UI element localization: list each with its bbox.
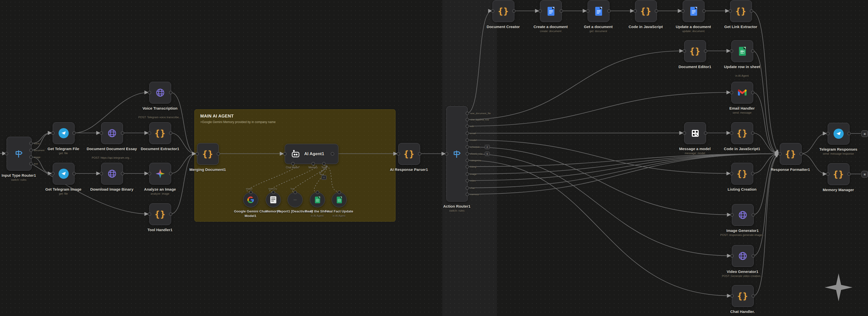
code-in-javascript-box[interactable]: {}	[635, 0, 657, 22]
get-telegram-image-box[interactable]	[53, 163, 74, 185]
action-router1-output-port-2[interactable]	[466, 125, 469, 128]
merging-document1-input-port[interactable]	[195, 152, 199, 155]
ai-agent1-box[interactable]: AI Agent1	[285, 144, 338, 164]
input-type-router1-box[interactable]	[7, 137, 32, 171]
get-a-document-input-port[interactable]	[586, 9, 589, 13]
google-gemini-chat-model1-input-port[interactable]	[249, 191, 252, 194]
code-in-javascript-input-port[interactable]	[633, 9, 637, 13]
tool-handler1-input-port[interactable]	[148, 212, 151, 216]
get-a-document-box[interactable]	[588, 0, 610, 22]
memory-manager-box[interactable]: {}	[828, 163, 849, 185]
action-router1-box[interactable]	[446, 106, 468, 202]
update-row-in-sheet-output-port[interactable]	[751, 49, 754, 52]
ai-response-parser1-input-port[interactable]	[397, 152, 400, 155]
action-router1-input-port[interactable]	[445, 152, 448, 155]
code-in-javascript-output-port[interactable]	[655, 9, 658, 13]
document-document-essay-output-port[interactable]	[121, 131, 124, 135]
listing-creation-output-port[interactable]	[751, 172, 754, 175]
action-router1-output-port-5[interactable]	[466, 145, 469, 149]
get-link-extractor-output-port[interactable]	[750, 9, 753, 13]
document-creator-input-port[interactable]	[491, 9, 494, 13]
telegram-responses-box[interactable]	[828, 123, 849, 145]
document-extractor1-box[interactable]: {}	[149, 122, 171, 144]
action-router1-output-port-10[interactable]	[466, 179, 469, 182]
update-row-in-sheet-input-port[interactable]	[730, 49, 733, 52]
merging-document1-box[interactable]: {}	[197, 143, 219, 165]
document-editor1-input-port[interactable]	[683, 49, 686, 52]
ai-agent1-bottom-port-0[interactable]	[291, 162, 294, 165]
tool-handler1-box[interactable]: {}	[149, 203, 171, 225]
get-a-document-output-port[interactable]	[608, 9, 611, 13]
message-a-model-output-port[interactable]	[704, 131, 707, 135]
response-formatter1-output-port[interactable]	[800, 152, 803, 155]
chat-handler-output-port[interactable]	[752, 294, 755, 297]
get-telegram-image-input-port[interactable]	[51, 172, 55, 175]
ai-response-parser1-box[interactable]: {}	[398, 143, 420, 165]
document-extractor1-input-port[interactable]	[148, 131, 151, 135]
analyze-an-image-input-port[interactable]	[148, 172, 151, 175]
get-link-extractor-input-port[interactable]	[728, 9, 732, 13]
image-generator1-output-port[interactable]	[752, 213, 755, 216]
chat-handler-box[interactable]: {}	[732, 285, 754, 307]
code-in-javascript1-output-port[interactable]	[751, 131, 754, 135]
voice-transcription-output-port[interactable]	[169, 91, 173, 94]
email-handler-output-port[interactable]	[751, 91, 754, 94]
download-image-binary-box[interactable]	[101, 163, 123, 185]
get-link-extractor-box[interactable]: {}	[730, 0, 752, 22]
action-router1-output-port-11[interactable]	[466, 186, 469, 190]
document-document-essay-box[interactable]	[101, 122, 123, 144]
download-image-binary-input-port[interactable]	[100, 172, 103, 175]
voice-transcription-input-port[interactable]	[148, 91, 151, 94]
action-router1-output-port-7[interactable]	[466, 159, 469, 162]
ai-response-parser1-output-port[interactable]	[418, 152, 421, 155]
input-type-router1-output-port-2[interactable]	[29, 155, 33, 159]
response-formatter1-box[interactable]: {}	[780, 143, 802, 165]
tool-handler1-output-port[interactable]	[169, 212, 173, 216]
input-type-router1-output-port-3[interactable]	[29, 162, 33, 165]
document-editor1-box[interactable]: {}	[684, 40, 706, 62]
update-row-in-sheet-box[interactable]	[731, 40, 753, 62]
get-telegram-file-input-port[interactable]	[51, 131, 55, 135]
document-creator-box[interactable]: {}	[493, 0, 514, 22]
get-telegram-image-output-port[interactable]	[72, 172, 76, 175]
create-a-document-box[interactable]	[540, 0, 562, 22]
create-a-document-output-port[interactable]	[560, 9, 563, 13]
action-router1-output-port-0[interactable]	[466, 112, 469, 115]
report1-input-port[interactable]	[293, 191, 297, 194]
email-handler-box[interactable]	[731, 82, 753, 104]
get-telegram-file-box[interactable]	[53, 122, 74, 144]
action-router1-output-port-4[interactable]	[466, 139, 469, 142]
video-generator1-input-port[interactable]	[730, 254, 734, 257]
telegram-responses-input-port[interactable]	[826, 132, 830, 135]
message-a-model-input-port[interactable]	[683, 131, 686, 135]
memory-manager-input-port[interactable]	[826, 172, 830, 176]
document-extractor1-output-port[interactable]	[169, 131, 173, 135]
tool-node-memory1[interactable]	[266, 192, 281, 207]
ai-agent1-bottom-port-2[interactable]	[322, 162, 326, 165]
endpoint-stub-button[interactable]: ▣	[861, 130, 868, 137]
analyze-an-image-output-port[interactable]	[169, 172, 173, 175]
tool-node-read-the-sheet[interactable]	[310, 192, 325, 207]
ai-agent1-output-port[interactable]	[331, 152, 334, 155]
input-type-router1-input-port[interactable]	[5, 152, 8, 155]
analyze-an-image-box[interactable]	[149, 163, 171, 185]
action-router1-output-port-12[interactable]	[466, 193, 469, 196]
update-a-document-box[interactable]	[683, 0, 705, 22]
update-a-document-output-port[interactable]	[703, 9, 706, 13]
video-generator1-box[interactable]	[732, 245, 754, 267]
image-generator1-box[interactable]	[732, 204, 754, 226]
download-image-binary-output-port[interactable]	[121, 172, 124, 175]
final-fact-update-input-port[interactable]	[338, 191, 341, 194]
response-formatter1-input-port[interactable]	[778, 152, 781, 155]
endpoint-stub-button[interactable]: ▣	[861, 171, 868, 177]
code-in-javascript1-input-port[interactable]	[730, 131, 733, 135]
input-type-router1-output-port-0[interactable]	[29, 142, 33, 145]
memory1-input-port[interactable]	[272, 191, 275, 194]
get-telegram-file-output-port[interactable]	[72, 131, 76, 135]
tool-node-google-gemini-chat-model1[interactable]	[243, 192, 258, 207]
action-router1-output-port-8[interactable]	[466, 165, 469, 168]
read-the-sheet-input-port[interactable]	[316, 191, 319, 194]
email-handler-input-port[interactable]	[730, 91, 733, 94]
action-router1-output-port-6[interactable]	[466, 152, 469, 155]
video-generator1-output-port[interactable]	[752, 254, 755, 257]
